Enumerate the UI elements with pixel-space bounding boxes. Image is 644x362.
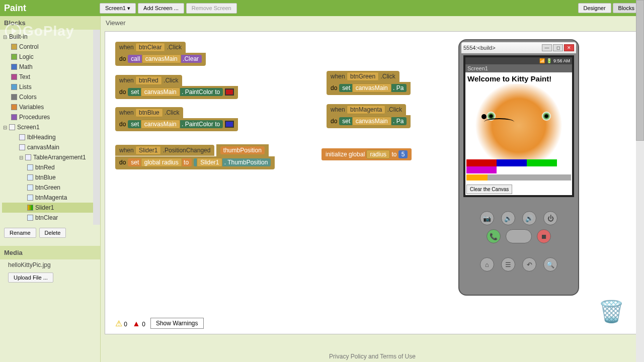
emulator-app: Welcome to Kitty Paint! Clear the xyxy=(465,72,572,195)
tree-procedures[interactable]: Procedures xyxy=(2,112,98,122)
tree-logic[interactable]: Logic xyxy=(2,52,98,62)
emulator-statusbar: 📶🔋9:56 AM xyxy=(465,57,572,64)
emulator-title: 5554:<build> xyxy=(463,45,496,51)
dpad-center[interactable] xyxy=(506,229,532,243)
viewer-area: Viewer when btnClear .Click do call canv… xyxy=(101,16,644,362)
home-icon[interactable]: ⌂ xyxy=(480,257,494,272)
app-title: Paint xyxy=(4,3,100,14)
tree-lists[interactable]: Lists xyxy=(2,82,98,92)
blocks-canvas[interactable]: when btnClear .Click do call canvasMain … xyxy=(105,31,640,334)
viewer-label: Viewer xyxy=(101,16,644,30)
close-icon[interactable]: ✕ xyxy=(564,44,574,51)
battery-icon: 🔋 xyxy=(546,58,552,63)
btn-blue[interactable] xyxy=(497,159,527,166)
search-icon[interactable]: 🔍 xyxy=(543,257,557,272)
show-warnings-button[interactable]: Show Warnings xyxy=(150,318,204,329)
warning-icon: ⚠ xyxy=(115,319,122,328)
tree-builtin[interactable]: ⊟ Built-in xyxy=(2,32,98,42)
maximize-icon[interactable]: ◻ xyxy=(553,44,563,51)
tree-btngreen[interactable]: btnGreen xyxy=(2,183,98,193)
block-btnred-click[interactable]: when btnRed .Click do set canvasMain . P… xyxy=(115,75,238,99)
block-btnmagenta-click[interactable]: when btnMagenta .Click do set canvasMain… xyxy=(327,104,411,128)
emulator-screen-title: Screen1 xyxy=(465,64,572,72)
top-toolbar: Paint Screen1 ▾ Add Screen ... Remove Sc… xyxy=(0,0,644,16)
btn-magenta[interactable] xyxy=(466,166,497,173)
signal-icon: 📶 xyxy=(539,58,545,63)
designer-mode-button[interactable]: Designer xyxy=(578,3,611,13)
color-blue-swatch xyxy=(225,121,234,128)
screen-dropdown[interactable]: Screen1 ▾ xyxy=(100,3,136,14)
rename-button[interactable]: Rename xyxy=(4,228,36,238)
tree-slider1[interactable]: Slider1 xyxy=(2,203,98,213)
tree-tablearrangement[interactable]: ⊟TableArrangement1 xyxy=(2,152,98,162)
sidebar: Blocks GoPlay ⊟ Built-in Control Logic M… xyxy=(0,16,101,362)
remove-screen-button[interactable]: Remove Screen xyxy=(186,3,237,14)
back-icon[interactable]: ↶ xyxy=(522,257,536,272)
add-screen-button[interactable]: Add Screen ... xyxy=(138,3,184,14)
call-icon[interactable]: 📞 xyxy=(487,229,501,243)
tree-btnmagenta[interactable]: btnMagenta xyxy=(2,193,98,203)
upload-file-button[interactable]: Upload File ... xyxy=(8,273,53,283)
emulator-titlebar[interactable]: 5554:<build> — ◻ ✕ xyxy=(461,42,576,53)
btn-green[interactable] xyxy=(527,159,557,166)
tree-variables[interactable]: Variables xyxy=(2,102,98,112)
user-drawing-dot xyxy=(481,114,487,119)
tree-text[interactable]: Text xyxy=(2,72,98,82)
media-panel-label: Media xyxy=(0,246,100,259)
block-btnclear-click[interactable]: when btnClear .Click do call canvasMain … xyxy=(115,42,206,66)
emulator-hw-row1: 📷 🔉 🔊 ⏻ xyxy=(461,211,576,225)
delete-button[interactable]: Delete xyxy=(39,228,66,238)
cat-canvas[interactable] xyxy=(466,84,571,159)
emulator-window[interactable]: 5554:<build> — ◻ ✕ 📶🔋9:56 AM Screen1 Wel… xyxy=(458,39,579,296)
block-init-radius[interactable]: initialize global radius to 5 xyxy=(321,148,412,160)
tree-screen1[interactable]: ⊟ Screen1 xyxy=(2,122,98,132)
tree-btnblue[interactable]: btnBlue xyxy=(2,172,98,183)
emulator-screen: 📶🔋9:56 AM Screen1 Welcome to Kitty Paint… xyxy=(463,55,574,197)
tree-scrollbar[interactable] xyxy=(93,30,100,225)
color-red-swatch xyxy=(225,88,234,96)
emulator-hw-row3: ⌂ ☰ ↶ 🔍 xyxy=(461,257,576,272)
tree-control[interactable]: Control xyxy=(2,42,98,52)
block-slider-positionchanged[interactable]: when Slider1 .PositionChanged thumbPosit… xyxy=(115,144,275,169)
power-icon[interactable]: ⏻ xyxy=(543,211,557,225)
camera-icon[interactable]: 📷 xyxy=(480,211,494,225)
error-icon: ▲ xyxy=(132,319,140,328)
welcome-label: Welcome to Kitty Paint! xyxy=(466,73,571,84)
blocks-tree: ⊟ Built-in Control Logic Math Text Lists… xyxy=(0,30,100,225)
radius-slider[interactable] xyxy=(466,174,571,180)
screen-buttons: Screen1 ▾ Add Screen ... Remove Screen xyxy=(100,3,237,14)
clear-canvas-button[interactable]: Clear the Canvas xyxy=(466,185,512,194)
user-drawing xyxy=(484,118,514,126)
emulator-dpad: 📞 ⏹ xyxy=(461,229,576,243)
warnings-panel: ⚠ 0 ▲ 0 Show Warnings xyxy=(115,318,204,329)
minimize-icon[interactable]: — xyxy=(542,44,552,51)
footer-link[interactable]: Privacy Policy and Terms of Use xyxy=(101,353,644,360)
btn-red[interactable] xyxy=(466,159,497,166)
tree-btnred[interactable]: btnRed xyxy=(2,162,98,172)
block-btngreen-click[interactable]: when btnGreen .Click do set canvasMain .… xyxy=(327,71,411,95)
menu-icon[interactable]: ☰ xyxy=(501,257,515,272)
blocks-panel-label: Blocks xyxy=(0,16,100,30)
page-scrollbar[interactable] xyxy=(636,0,644,362)
block-btnblue-click[interactable]: when btnBlue .Click do set canvasMain . … xyxy=(115,107,238,131)
vol-up-icon[interactable]: 🔊 xyxy=(522,211,536,225)
color-buttons xyxy=(466,159,571,173)
end-call-icon[interactable]: ⏹ xyxy=(537,229,551,243)
tree-btnclear[interactable]: btnClear xyxy=(2,213,98,223)
tree-colors[interactable]: Colors xyxy=(2,92,98,102)
tree-lblheading[interactable]: lblHeading xyxy=(2,132,98,142)
vol-down-icon[interactable]: 🔉 xyxy=(501,211,515,225)
tree-canvasmain[interactable]: canvasMain xyxy=(2,142,98,152)
media-item[interactable]: helloKittyPic.jpg xyxy=(0,259,100,270)
tree-math[interactable]: Math xyxy=(2,62,98,72)
trash-icon[interactable]: 🗑️ xyxy=(598,299,624,324)
